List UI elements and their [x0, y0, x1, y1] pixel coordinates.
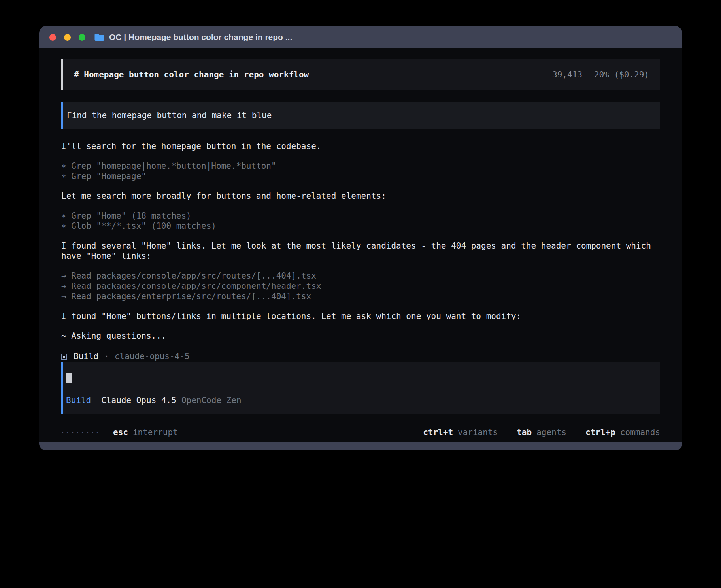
session-stats: 39,413 20% ($0.29) [552, 70, 649, 80]
token-count: 39,413 [552, 70, 582, 80]
model-name-label: Claude Opus 4.5 [101, 395, 176, 405]
tool-call-read: → Read packages/console/app/src/routes/[… [61, 271, 660, 281]
prompt-input[interactable]: Build Claude Opus 4.5 OpenCode Zen [61, 362, 660, 414]
commands-shortcut: ctrl+p commands [585, 428, 660, 437]
ctrl-p-key-label: ctrl+p [585, 428, 615, 437]
agent-mode-label: Build [66, 395, 91, 405]
status-bar-right: ctrl+t variants tab agents ctrl+p comman… [423, 428, 660, 437]
terminal-window: OC | Homepage button color change in rep… [39, 26, 682, 450]
tool-call-read: → Read packages/enterprise/src/routes/[.… [61, 291, 660, 302]
ctrl-t-key-label: ctrl+t [423, 428, 453, 437]
window-bottom-edge [39, 442, 682, 450]
agent-task-row: Build · claude-opus-4-5 [61, 351, 660, 362]
assistant-paragraph: I'll search for the homepage button in t… [61, 141, 660, 151]
tab-key-label: tab [517, 428, 532, 437]
window-controls [49, 34, 85, 41]
window-title: OC | Homepage button color change in rep… [109, 32, 292, 42]
text-cursor-block [66, 373, 72, 383]
tool-call-read: → Read packages/console/app/src/componen… [61, 281, 660, 291]
status-bar: •••••••• esc interrupt ctrl+t variants t… [39, 423, 682, 442]
session-header: # Homepage button color change in repo w… [61, 59, 660, 90]
terminal-content: # Homepage button color change in repo w… [39, 48, 682, 423]
folder-icon [94, 33, 105, 41]
session-title: # Homepage button color change in repo w… [74, 70, 309, 80]
window-title-group: OC | Homepage button color change in rep… [94, 32, 292, 42]
status-bar-left: •••••••• esc interrupt [61, 428, 178, 437]
agents-label: agents [536, 428, 566, 437]
assistant-paragraph: I found "Home" buttons/links in multiple… [61, 311, 660, 321]
provider-label: OpenCode Zen [181, 395, 242, 405]
model-status-line: Build Claude Opus 4.5 OpenCode Zen [66, 395, 649, 405]
context-usage: 20% ($0.29) [594, 70, 649, 80]
assistant-paragraph: Let me search more broadly for buttons a… [61, 191, 660, 201]
desktop-background: OC | Homepage button color change in rep… [0, 0, 721, 588]
user-message: Find the homepage button and make it blu… [61, 102, 660, 129]
agent-square-icon [61, 354, 67, 360]
agent-model: claude-opus-4-5 [115, 351, 190, 362]
interrupt-label: interrupt [133, 428, 178, 437]
variants-label: variants [458, 428, 498, 437]
tool-call-glob: ∗ Glob "**/*.tsx" (100 matches) [61, 221, 660, 231]
tool-call-group: ∗ Grep "homepage|home.*button|Home.*butt… [61, 161, 660, 181]
agents-shortcut: tab agents [517, 428, 566, 437]
user-message-text: Find the homepage button and make it blu… [67, 110, 272, 121]
agent-separator: · [104, 351, 109, 362]
agent-name: Build [74, 351, 98, 362]
titlebar: OC | Homepage button color change in rep… [39, 26, 682, 48]
close-button[interactable] [49, 34, 56, 41]
tool-call-grep: ∗ Grep "homepage|home.*button|Home.*butt… [61, 161, 660, 171]
prompt-input-line[interactable] [66, 373, 649, 386]
tool-call-group: → Read packages/console/app/src/routes/[… [61, 271, 660, 302]
interrupt-hint: esc interrupt [113, 428, 178, 437]
esc-key-label: esc [113, 428, 128, 437]
variants-shortcut: ctrl+t variants [423, 428, 498, 437]
commands-label: commands [620, 428, 660, 437]
progress-dots: •••••••• [61, 430, 101, 435]
maximize-button[interactable] [79, 34, 85, 41]
tool-call-group: ∗ Grep "Home" (18 matches) ∗ Glob "**/*.… [61, 211, 660, 231]
assistant-paragraph: I found several "Home" links. Let me loo… [61, 241, 660, 261]
tool-call-grep: ∗ Grep "Homepage" [61, 171, 660, 181]
tool-call-grep: ∗ Grep "Home" (18 matches) [61, 211, 660, 221]
asking-questions-status: ~ Asking questions... [61, 331, 660, 341]
minimize-button[interactable] [64, 34, 71, 41]
